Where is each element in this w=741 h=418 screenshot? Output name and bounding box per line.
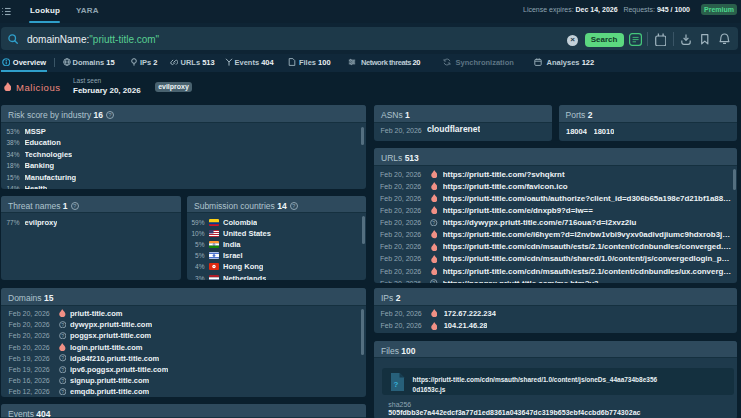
svg-text:?: ? — [61, 366, 64, 372]
svg-text:?: ? — [61, 322, 64, 328]
svg-text:?: ? — [393, 380, 398, 389]
svg-text:?: ? — [433, 280, 436, 283]
svg-text:?: ? — [433, 219, 436, 225]
svg-text:?: ? — [61, 378, 64, 384]
svg-text:?: ? — [61, 333, 64, 339]
svg-text:?: ? — [61, 389, 64, 395]
svg-text:?: ? — [61, 355, 64, 361]
